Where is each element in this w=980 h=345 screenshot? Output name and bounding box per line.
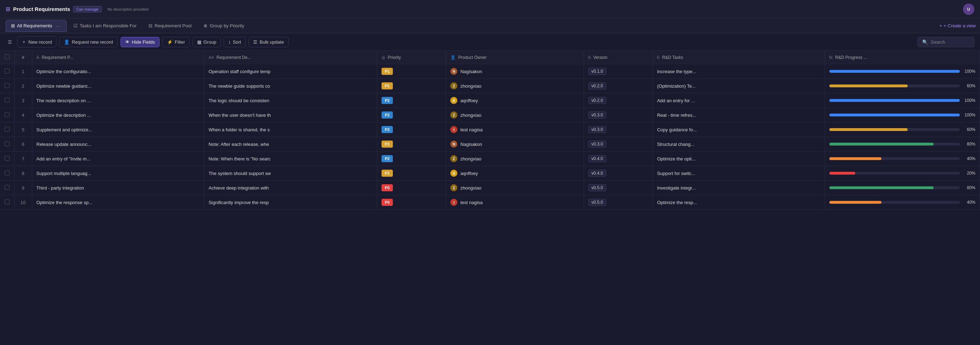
row-rnd-task[interactable]: (Optimization) Te... — [653, 79, 825, 93]
row-progress[interactable]: 100% — [825, 93, 980, 108]
row-req-d[interactable]: The newbie guide supports co — [204, 79, 377, 93]
row-req-p[interactable]: Third - party integration — [32, 180, 204, 195]
row-owner[interactable]: t test nagisa — [446, 123, 584, 137]
row-req-d[interactable]: Operation staff configure temp — [204, 64, 377, 79]
tab-group[interactable]: ⊕ Group by Priority — [198, 20, 250, 32]
th-rnd-progress[interactable]: fx R&D Progress ... — [825, 51, 980, 64]
row-req-d[interactable]: When the user doesn't have th — [204, 108, 377, 123]
can-manage-badge[interactable]: Can manage — [73, 6, 102, 13]
group-button[interactable]: ▦ Group — [192, 37, 221, 47]
table-row[interactable]: 2 Optimize newbie guidanc... The newbie … — [0, 79, 980, 93]
bulk-update-button[interactable]: ☰ Bulk update — [248, 37, 289, 47]
row-version[interactable]: v0.5.0 — [584, 180, 652, 195]
row-priority[interactable]: P0 — [377, 180, 446, 195]
row-req-d[interactable]: Achieve deep integration with — [204, 180, 377, 195]
table-row[interactable]: 8 Support multiple languag... The system… — [0, 166, 980, 180]
row-req-d[interactable]: Note: After each release, whe — [204, 137, 377, 152]
th-requirement-d[interactable]: A≡ Requirement De... — [204, 51, 377, 64]
th-requirement-p[interactable]: A Requirement P... — [32, 51, 204, 64]
row-checkbox[interactable] — [5, 83, 10, 88]
row-version[interactable]: v0.1.0 — [584, 64, 652, 79]
row-checkbox[interactable] — [5, 200, 10, 204]
row-owner[interactable]: Z zhongxiao — [446, 152, 584, 166]
row-version[interactable]: v0.4.0 — [584, 152, 652, 166]
create-view-button[interactable]: + + Create a view — [935, 21, 980, 30]
header-checkbox[interactable] — [5, 54, 10, 59]
row-rnd-task[interactable]: Optimize the opti... — [653, 152, 825, 166]
row-req-d[interactable]: When a folder is shared, the s — [204, 123, 377, 137]
sidebar-toggle-button[interactable]: ☰ — [6, 37, 14, 47]
search-box[interactable]: 🔍 Search — [918, 37, 974, 47]
sort-button[interactable]: ↕ Sort — [224, 37, 246, 47]
row-priority[interactable]: P1 — [377, 79, 446, 93]
row-version[interactable]: v0.3.0 — [584, 108, 652, 123]
row-progress[interactable]: 60% — [825, 79, 980, 93]
tab-pool[interactable]: ⊟ Requirement Pool — [143, 20, 197, 32]
table-row[interactable]: 3 The node description on ... The logic … — [0, 93, 980, 108]
row-priority[interactable]: P1 — [377, 137, 446, 152]
row-rnd-task[interactable]: Support for switc... — [653, 166, 825, 180]
row-req-p[interactable]: Support multiple languag... — [32, 166, 204, 180]
row-rnd-task[interactable]: Investigate integr... — [653, 180, 825, 195]
table-row[interactable]: 10 Optimize the response sp... Significa… — [0, 195, 980, 210]
row-priority[interactable]: P2 — [377, 93, 446, 108]
row-progress[interactable]: 40% — [825, 195, 980, 210]
row-req-d[interactable]: Significantly improve the resp — [204, 195, 377, 210]
row-version[interactable]: v0.2.0 — [584, 93, 652, 108]
row-owner[interactable]: Z zhongxiao — [446, 108, 584, 123]
th-product-owner[interactable]: 👤 Product Owner — [446, 51, 584, 64]
th-priority[interactable]: ◎ Priority — [377, 51, 446, 64]
row-version[interactable]: v0.4.0 — [584, 166, 652, 180]
row-checkbox[interactable] — [5, 69, 10, 73]
row-priority[interactable]: P2 — [377, 108, 446, 123]
row-progress[interactable]: 20% — [825, 166, 980, 180]
row-req-p[interactable]: Release update announc... — [32, 137, 204, 152]
row-progress[interactable]: 100% — [825, 64, 980, 79]
request-record-button[interactable]: 👤 Request new record — [59, 37, 117, 47]
row-checkbox[interactable] — [5, 170, 10, 175]
row-owner[interactable]: Z zhongxiao — [446, 79, 584, 93]
row-progress[interactable]: 80% — [825, 180, 980, 195]
row-owner[interactable]: N Nagisakon — [446, 137, 584, 152]
row-priority[interactable]: P1 — [377, 64, 446, 79]
new-record-button[interactable]: ＋ New record — [17, 36, 56, 48]
row-version[interactable]: v0.3.0 — [584, 137, 652, 152]
row-version[interactable]: v0.3.0 — [584, 123, 652, 137]
table-row[interactable]: 7 Add an entry of "Invite m... Note: Whe… — [0, 152, 980, 166]
row-checkbox[interactable] — [5, 141, 10, 146]
row-rnd-task[interactable]: Structural chang... — [653, 137, 825, 152]
row-rnd-task[interactable]: Optimize the resp... — [653, 195, 825, 210]
row-priority[interactable]: P2 — [377, 152, 446, 166]
row-checkbox[interactable] — [5, 127, 10, 132]
row-req-p[interactable]: Optimize the configuratio... — [32, 64, 204, 79]
row-req-p[interactable]: The node description on ... — [32, 93, 204, 108]
row-progress[interactable]: 80% — [825, 137, 980, 152]
tab-all-requirements[interactable]: ⊞ All Requirements ··· — [6, 20, 67, 32]
row-owner[interactable]: Z zhongxiao — [446, 180, 584, 195]
row-req-p[interactable]: Optimize newbie guidanc... — [32, 79, 204, 93]
table-row[interactable]: 9 Third - party integration Achieve deep… — [0, 180, 980, 195]
row-req-d[interactable]: The logic should be consisten — [204, 93, 377, 108]
filter-button[interactable]: ⚡ Filter — [162, 37, 190, 47]
avatar[interactable]: U — [963, 3, 974, 15]
row-owner[interactable]: N Nagisakon — [446, 64, 584, 79]
table-row[interactable]: 1 Optimize the configuratio... Operation… — [0, 64, 980, 79]
row-owner[interactable]: A aqnffoey — [446, 166, 584, 180]
row-rnd-task[interactable]: Increase the type... — [653, 64, 825, 79]
tab-tasks[interactable]: ☑ Tasks I am Responsible For — [68, 20, 142, 32]
row-req-d[interactable]: Note: When there is "No searc — [204, 152, 377, 166]
row-req-p[interactable]: Supplement and optimize... — [32, 123, 204, 137]
row-owner[interactable]: t test nagisa — [446, 195, 584, 210]
row-req-p[interactable]: Optimize the response sp... — [32, 195, 204, 210]
row-version[interactable]: v0.2.0 — [584, 79, 652, 93]
row-progress[interactable]: 60% — [825, 123, 980, 137]
th-rnd-tasks[interactable]: ⎘ R&D Tasks — [653, 51, 825, 64]
row-checkbox[interactable] — [5, 156, 10, 161]
table-row[interactable]: 6 Release update announc... Note: After … — [0, 137, 980, 152]
row-priority[interactable]: P2 — [377, 123, 446, 137]
row-rnd-task[interactable]: Copy guidance fo... — [653, 123, 825, 137]
row-req-p[interactable]: Add an entry of "Invite m... — [32, 152, 204, 166]
row-checkbox[interactable] — [5, 97, 10, 102]
row-owner[interactable]: A aqnffoey — [446, 93, 584, 108]
row-req-p[interactable]: Optimize the description ... — [32, 108, 204, 123]
